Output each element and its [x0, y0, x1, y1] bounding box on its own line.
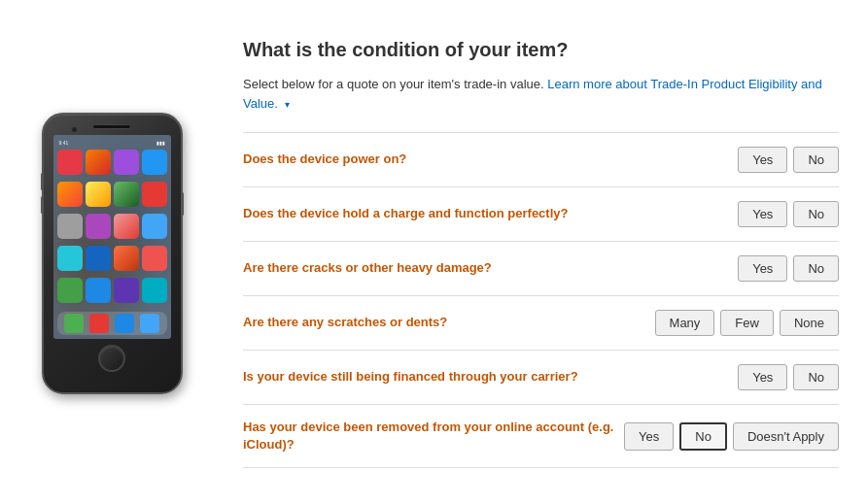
answer-btn-no[interactable]: No	[793, 364, 839, 390]
phone-screen: 9:41▮▮▮	[53, 135, 171, 339]
app-icon	[114, 182, 139, 207]
phone-illustration: 9:41▮▮▮	[42, 113, 183, 394]
page-container: 9:41▮▮▮	[0, 0, 868, 504]
content-section: What is the condition of your item? Sele…	[224, 19, 868, 487]
answer-button-group: ManyFewNone	[655, 310, 839, 336]
app-icon	[86, 246, 111, 271]
answer-btn-no[interactable]: No	[793, 147, 839, 173]
answer-btn-yes[interactable]: Yes	[624, 422, 674, 451]
answer-btn-no[interactable]: No	[679, 422, 727, 451]
question-text: Does the device power on?	[243, 151, 728, 168]
answer-btn-doesn-t-apply[interactable]: Doesn't Apply	[733, 422, 839, 451]
app-icon	[57, 182, 83, 207]
answer-btn-few[interactable]: Few	[720, 310, 774, 336]
app-icon	[57, 150, 83, 175]
phone-camera	[71, 126, 78, 133]
question-row: Are there cracks or other heavy damage?Y…	[243, 242, 839, 296]
subtitle-text: Select below for a quote on your item's …	[243, 75, 839, 113]
power-button	[181, 192, 184, 216]
app-icon	[142, 214, 167, 239]
app-icon	[57, 246, 83, 271]
dock-icon	[115, 314, 134, 333]
vol-up-button	[41, 173, 44, 190]
app-icon	[86, 150, 111, 175]
app-icon	[86, 214, 111, 239]
answer-btn-yes[interactable]: Yes	[738, 201, 787, 227]
question-row: Does the device hold a charge and functi…	[243, 187, 839, 242]
app-icon	[142, 278, 167, 303]
answer-button-group: YesNo	[738, 201, 839, 227]
question-row: Are there any scratches or dents?ManyFew…	[243, 296, 839, 351]
answer-button-group: YesNo	[738, 147, 839, 173]
status-bar: 9:41▮▮▮	[57, 139, 167, 147]
answer-btn-yes[interactable]: Yes	[738, 255, 787, 282]
phone-dock	[57, 312, 167, 335]
question-row: Does the device power on?YesNo	[243, 133, 839, 187]
question-text: Does the device hold a charge and functi…	[243, 205, 728, 222]
home-button	[98, 345, 125, 372]
answer-btn-none[interactable]: None	[780, 310, 839, 336]
app-icon	[114, 278, 139, 303]
phone-speaker	[92, 124, 131, 129]
answer-btn-no[interactable]: No	[793, 255, 839, 282]
phone-section: 9:41▮▮▮	[0, 19, 224, 487]
vol-down-button	[41, 196, 44, 214]
app-icon	[57, 278, 83, 303]
app-icon	[57, 214, 83, 239]
app-icon	[114, 150, 139, 175]
questions-container: Does the device power on?YesNoDoes the d…	[243, 132, 839, 468]
page-title: What is the condition of your item?	[243, 39, 839, 61]
dock-icon	[64, 314, 84, 333]
question-text: Are there any scratches or dents?	[243, 314, 645, 331]
answer-btn-yes[interactable]: Yes	[738, 364, 787, 390]
question-row: Has your device been removed from your o…	[243, 405, 839, 468]
app-icon	[142, 150, 167, 175]
app-icon	[86, 278, 111, 303]
app-icon	[142, 246, 167, 271]
question-row: Is your device still being financed thro…	[243, 351, 839, 405]
subtitle-static: Select below for a quote on your item's …	[243, 77, 544, 91]
question-text: Has your device been removed from your o…	[243, 419, 614, 454]
dock-icon	[89, 314, 109, 333]
answer-btn-many[interactable]: Many	[655, 310, 715, 336]
phone-screen-bg: 9:41▮▮▮	[53, 135, 171, 339]
question-text: Are there cracks or other heavy damage?	[243, 259, 728, 277]
dropdown-arrow-icon[interactable]: ▾	[285, 99, 290, 110]
dock-icon	[140, 314, 159, 333]
app-icon	[114, 246, 139, 271]
answer-button-group: YesNo	[738, 364, 839, 390]
answer-btn-yes[interactable]: Yes	[738, 147, 787, 173]
answer-button-group: YesNo	[738, 255, 839, 282]
app-icon	[142, 182, 167, 207]
answer-button-group: YesNoDoesn't Apply	[624, 422, 839, 451]
answer-btn-no[interactable]: No	[793, 201, 839, 227]
question-text: Is your device still being financed thro…	[243, 368, 728, 386]
app-icon	[86, 182, 111, 207]
app-icon	[114, 214, 139, 239]
